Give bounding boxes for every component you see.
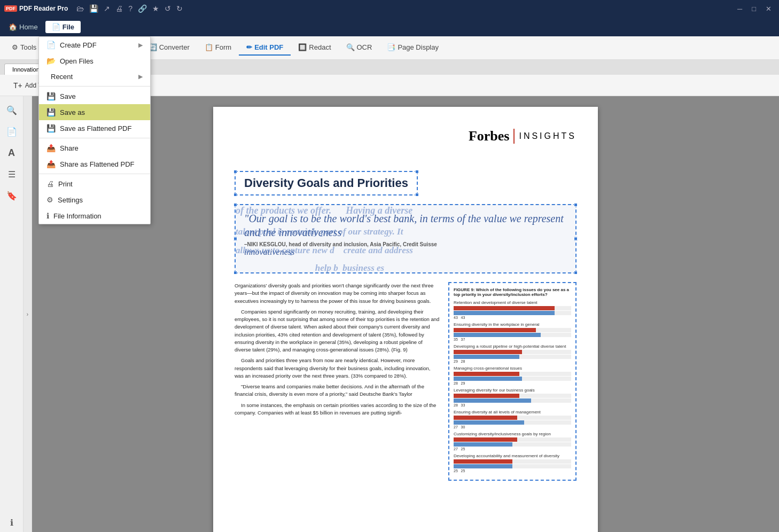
tab-tools-label: Tools <box>20 43 36 51</box>
tab-form[interactable]: 📋 Form <box>197 40 239 56</box>
figure-title: FIGURE 9: Which of the following issues … <box>454 287 571 297</box>
tab-page-display[interactable]: 📑 Page Display <box>379 40 446 56</box>
close-button[interactable]: ✕ <box>762 5 775 13</box>
print-icon[interactable]: 🖨 <box>115 4 123 13</box>
bar-lev-red <box>454 394 519 398</box>
dropdown-share-flattened[interactable]: 📤 Share as Flattened PDF <box>39 156 150 172</box>
title-bar-icons: 🗁 💾 ↗ 🖨 ? 🔗 ★ ↺ ↻ <box>76 4 183 13</box>
share-icon[interactable]: ↗ <box>104 4 110 13</box>
tab-ocr[interactable]: 🔍 OCR <box>339 40 380 56</box>
bar-cust-blue <box>454 442 512 447</box>
menu-home[interactable]: 🏠 Home <box>2 21 44 33</box>
bar-retention-fill-red <box>454 306 555 310</box>
quote-selection-box[interactable]: "Our goal is to be the world's best bank… <box>235 204 577 273</box>
sidebar-search[interactable]: 🔍 <box>2 100 21 120</box>
bar-cust-nums: 27 25 <box>454 447 571 451</box>
dropdown-create-pdf[interactable]: 📄 Create PDF ▶ <box>39 37 150 53</box>
dropdown-save-as[interactable]: 💾 Save as <box>39 104 150 120</box>
handle-ml[interactable] <box>233 237 237 241</box>
bar-all-levels-label: Ensuring diversity at all levels of mana… <box>454 410 571 414</box>
quote-text: "Our goal is to be the world's best bank… <box>244 212 567 239</box>
bar-custom-goals: Customizing diversity/inclusiveness goal… <box>454 432 571 451</box>
handle-br[interactable] <box>574 271 578 275</box>
figure-column: FIGURE 9: Which of the following issues … <box>448 282 577 481</box>
dropdown-save[interactable]: 💾 Save <box>39 88 150 104</box>
bar-ensuring-workplace-label: Ensuring diversity in the workplace in g… <box>454 322 571 327</box>
star-icon[interactable]: ★ <box>152 4 159 13</box>
handle-tr[interactable] <box>415 170 419 174</box>
bar-cust-red <box>454 437 517 442</box>
dropdown-create-pdf-label: Create PDF <box>60 41 97 49</box>
bar-cg-red <box>454 372 519 376</box>
dropdown-print[interactable]: 🖨 Print <box>39 176 150 192</box>
quote-attribution: –NIKI KESGLOU, head of diversity and inc… <box>244 241 567 247</box>
handle-bl[interactable] <box>233 193 237 197</box>
menu-bar: 🏠 Home 📄 File <box>0 17 779 36</box>
settings-icon: ⚙ <box>46 195 53 204</box>
figure-9-box[interactable]: FIGURE 9: Which of the following issues … <box>448 282 577 481</box>
tab-edit-pdf[interactable]: ✏ Edit PDF <box>239 40 291 56</box>
open-files-icon: 📂 <box>46 57 56 65</box>
handle-mr[interactable] <box>574 237 578 241</box>
sidebar-text[interactable]: A <box>2 143 21 162</box>
sidebar-info[interactable]: ℹ <box>2 513 21 532</box>
handle-bl[interactable] <box>233 271 237 275</box>
ocr-icon: 🔍 <box>346 43 355 51</box>
bar-accountability: Developing accountability and measuremen… <box>454 453 571 473</box>
bar-retention-nums: 43 43 <box>454 316 571 319</box>
sidebar-list[interactable]: ☰ <box>2 165 21 184</box>
dropdown-settings[interactable]: ⚙ Settings <box>39 192 150 208</box>
file-dropdown-menu: 📄 Create PDF ▶ 📂 Open Files Recent ▶ 💾 S… <box>38 36 151 224</box>
dropdown-save-flattened[interactable]: 💾 Save as Flattened PDF <box>39 120 150 136</box>
tools-icon: ⚙ <box>12 43 18 51</box>
handle-tl[interactable] <box>233 170 237 174</box>
logo-divider <box>513 129 515 144</box>
bar-pipe-blue <box>454 355 519 359</box>
bar-lev-nums: 28 33 <box>454 403 571 407</box>
handle-tr[interactable] <box>574 203 578 207</box>
folder-icon[interactable]: 🗁 <box>76 4 84 13</box>
dropdown-save-label: Save <box>60 92 76 100</box>
bar-al-blue <box>454 420 524 425</box>
dropdown-share-label: Share <box>60 144 79 152</box>
tab-redact[interactable]: 🔲 Redact <box>291 40 338 56</box>
bar-retention-label: Retention and development of diverse tal… <box>454 300 571 305</box>
dropdown-file-info[interactable]: ℹ File Information <box>39 208 150 224</box>
menu-home-label: Home <box>19 23 38 31</box>
bar-leverage: Leveraging diversity for our business go… <box>454 388 571 407</box>
redo-icon[interactable]: ↻ <box>176 4 183 13</box>
panel-toggle[interactable]: › <box>24 96 32 532</box>
minimize-button[interactable]: ─ <box>734 5 745 13</box>
undo-icon[interactable]: ↺ <box>165 4 171 13</box>
save-icon[interactable]: 💾 <box>89 4 98 13</box>
dropdown-open-files[interactable]: 📂 Open Files <box>39 53 150 69</box>
dropdown-share[interactable]: 📤 Share <box>39 140 150 156</box>
bar-cg-blue <box>454 377 522 381</box>
tab-edit-pdf-label: Edit PDF <box>254 43 283 51</box>
dropdown-file-info-label: File Information <box>53 212 102 220</box>
dropdown-open-files-label: Open Files <box>60 57 94 65</box>
dropdown-recent[interactable]: Recent ▶ <box>39 69 150 84</box>
save-as-icon: 💾 <box>46 108 56 116</box>
bar-al-nums: 27 30 <box>454 425 571 429</box>
link-icon[interactable]: 🔗 <box>138 4 147 13</box>
title-selection-box[interactable]: Diversity Goals and Priorities <box>235 171 418 195</box>
bar-acc-red <box>454 459 512 464</box>
add-text-icon: T+ <box>13 81 22 90</box>
share-flat-icon: 📤 <box>46 160 56 168</box>
sidebar-pages[interactable]: 📄 <box>2 122 21 141</box>
home-icon: 🏠 <box>9 23 17 31</box>
dropdown-separator-3 <box>39 174 150 174</box>
maximize-button[interactable]: □ <box>749 5 759 13</box>
dropdown-save-flattened-label: Save as Flattened PDF <box>60 124 131 132</box>
handle-tl[interactable] <box>233 203 237 207</box>
handle-br[interactable] <box>415 193 419 197</box>
bar-cg-nums: 28 29 <box>454 381 571 385</box>
bar-custom-goals-label: Customizing diversity/inclusiveness goal… <box>454 432 571 436</box>
window-controls: ─ □ ✕ <box>734 5 775 13</box>
menu-file[interactable]: 📄 File <box>45 21 81 33</box>
help-icon[interactable]: ? <box>128 4 133 13</box>
sidebar-bookmark[interactable]: 🔖 <box>2 186 21 205</box>
pdf-page: Forbes INSIGHTS Diversity Goals and Prio… <box>213 107 598 532</box>
bar-cross-gen-label: Managing cross-generational issues <box>454 366 571 371</box>
